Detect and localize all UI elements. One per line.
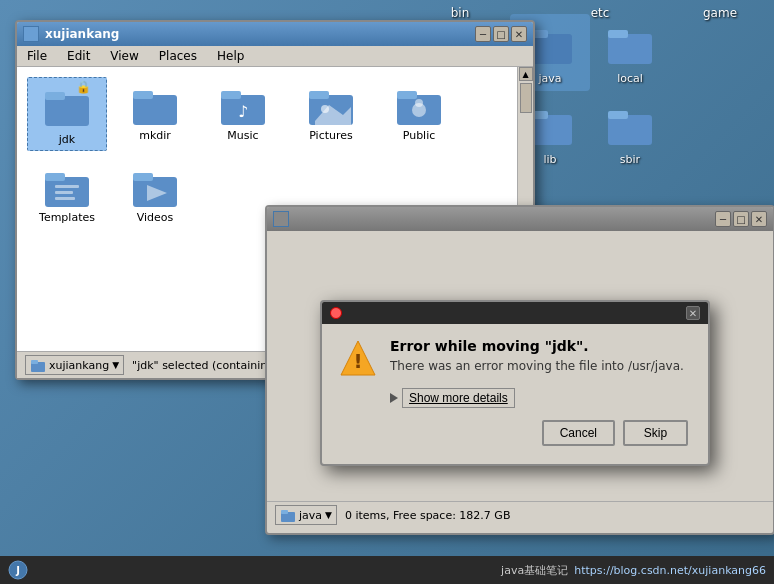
svg-text:!: !: [353, 349, 362, 373]
taskbar-right: java基础笔记 https://blog.csdn.net/xujiankan…: [501, 563, 766, 578]
cancel-button[interactable]: Cancel: [542, 420, 615, 446]
public-label: Public: [403, 129, 436, 142]
second-titlebar-buttons: ─ □ ✕: [715, 211, 767, 227]
error-title-dot: [330, 307, 342, 319]
menu-view[interactable]: View: [106, 48, 142, 64]
folder-icon-sbir: [606, 101, 654, 149]
sbir-label: sbir: [620, 153, 640, 166]
location-text: xujiankang: [49, 359, 109, 372]
public-folder-icon: [395, 81, 443, 129]
svg-rect-32: [55, 197, 75, 200]
show-details-button[interactable]: Show more details: [402, 388, 515, 408]
second-status-text: 0 items, Free space: 182.7 GB: [345, 509, 510, 522]
location-dropdown-arrow[interactable]: ▼: [112, 360, 119, 370]
file-item-music[interactable]: ♪ Music: [203, 77, 283, 151]
menu-places[interactable]: Places: [155, 48, 201, 64]
svg-rect-31: [55, 191, 73, 194]
svg-rect-34: [133, 173, 153, 181]
templates-label: Templates: [39, 211, 95, 224]
svg-rect-9: [608, 34, 652, 64]
maximize-button[interactable]: □: [493, 26, 509, 42]
second-dropdown-arrow[interactable]: ▼: [325, 510, 332, 520]
fm-status-text: "jdk" selected (containing 0: [132, 359, 285, 372]
menu-edit[interactable]: Edit: [63, 48, 94, 64]
error-text-block: Error while moving "jdk". There was an e…: [390, 338, 692, 373]
skip-button[interactable]: Skip: [623, 420, 688, 446]
fm-window-icon: [23, 26, 39, 42]
file-item-templates[interactable]: Templates: [27, 159, 107, 228]
local-label: local: [617, 72, 643, 85]
folder-icon-mkdir: [131, 81, 179, 129]
svg-rect-13: [45, 96, 89, 126]
error-main-row: ! Error while moving "jdk". There was an…: [338, 338, 692, 378]
second-maximize[interactable]: □: [733, 211, 749, 227]
error-title-text: Error while moving "jdk".: [390, 338, 692, 354]
second-window-titlebar: ─ □ ✕: [267, 207, 773, 231]
second-title-area: [273, 211, 289, 227]
file-item-videos[interactable]: Videos: [115, 159, 195, 228]
desktop-icon-sbir[interactable]: sbir: [590, 95, 670, 172]
desktop: bin etc game etc: [0, 0, 774, 584]
lock-icon: 🔒: [76, 80, 91, 94]
minimize-button[interactable]: ─: [475, 26, 491, 42]
second-win-icon: [273, 211, 289, 227]
folder-icon-local: [606, 20, 654, 68]
music-label: Music: [227, 129, 258, 142]
error-buttons: Cancel Skip: [338, 420, 692, 450]
fm-window-title: xujiankang: [45, 27, 119, 41]
menu-help[interactable]: Help: [213, 48, 248, 64]
titlebar-buttons: ─ □ ✕: [475, 26, 527, 42]
taskbar-logo-area: J: [8, 560, 28, 580]
file-item-jdk[interactable]: 🔒 jdk: [27, 77, 107, 151]
fm-menubar: File Edit View Places Help: [17, 46, 533, 67]
svg-rect-11: [608, 115, 652, 145]
error-body-text: There was an error moving the file into …: [390, 359, 692, 373]
taskbar-logo-icon: J: [8, 560, 28, 580]
jdk-icon-wrapper: 🔒: [43, 82, 91, 133]
fm-titlebar: xujiankang ─ □ ✕: [17, 22, 533, 46]
svg-text:♪: ♪: [238, 102, 248, 121]
error-close-button[interactable]: ✕: [686, 306, 700, 320]
pictures-folder-icon: [307, 81, 355, 129]
location-badge[interactable]: xujiankang ▼: [25, 355, 124, 375]
file-item-pictures[interactable]: Pictures: [291, 77, 371, 151]
videos-label: Videos: [137, 211, 174, 224]
second-location-text: java: [299, 509, 322, 522]
second-location-badge[interactable]: java ▼: [275, 505, 337, 525]
pictures-label: Pictures: [309, 129, 353, 142]
svg-rect-37: [31, 360, 38, 364]
music-folder-icon: ♪: [219, 81, 267, 129]
mkdir-label: mkdir: [139, 129, 171, 142]
file-item-public[interactable]: Public: [379, 77, 459, 151]
menu-file[interactable]: File: [23, 48, 51, 64]
second-location-icon: [280, 507, 296, 523]
svg-rect-29: [45, 173, 65, 181]
fm-title-area: xujiankang: [23, 26, 119, 42]
second-close[interactable]: ✕: [751, 211, 767, 227]
svg-rect-30: [55, 185, 79, 188]
desktop-icon-local[interactable]: local: [590, 14, 670, 91]
svg-text:J: J: [15, 565, 20, 576]
file-item-mkdir[interactable]: mkdir: [115, 77, 195, 151]
svg-rect-12: [608, 111, 628, 119]
svg-rect-21: [309, 91, 329, 99]
lib-label: lib: [543, 153, 556, 166]
second-statusbar: java ▼ 0 items, Free space: 182.7 GB: [267, 501, 773, 528]
details-expand-icon[interactable]: [390, 393, 398, 403]
location-folder-icon: [30, 357, 46, 373]
warning-icon: !: [338, 338, 378, 378]
error-body: ! Error while moving "jdk". There was an…: [322, 324, 708, 464]
scroll-up-button[interactable]: ▲: [519, 67, 533, 81]
svg-rect-10: [608, 30, 628, 38]
jdk-label: jdk: [59, 133, 75, 146]
close-button[interactable]: ✕: [511, 26, 527, 42]
java-label: java: [538, 72, 561, 85]
desktop-label-game: game: [690, 4, 750, 22]
svg-rect-18: [221, 91, 241, 99]
second-minimize[interactable]: ─: [715, 211, 731, 227]
taskbar-label: java基础笔记: [501, 563, 568, 578]
svg-rect-14: [45, 92, 65, 100]
scroll-thumb[interactable]: [520, 83, 532, 113]
svg-rect-39: [281, 510, 288, 514]
templates-folder-icon: [43, 163, 91, 211]
